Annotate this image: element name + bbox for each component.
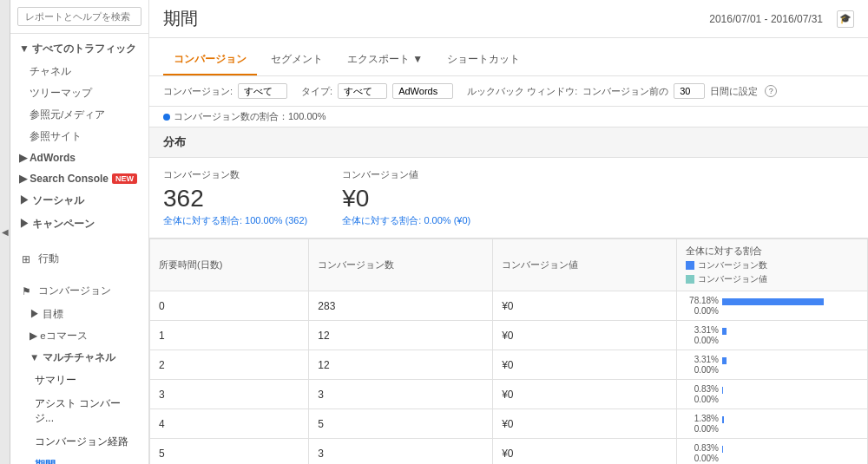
bar-fill-blue	[722, 357, 727, 364]
metric-value: コンバージョン値 ¥0 全体に対する割合: 0.00% (¥0)	[342, 168, 470, 227]
cell-value: ¥0	[493, 350, 677, 380]
tabs-bar: コンバージョン セグメント エクスポート ▼ ショートカット	[149, 38, 868, 76]
sidebar-item-social[interactable]: ▶ ソーシャル	[10, 189, 148, 212]
metric2-value: ¥0	[342, 185, 470, 212]
sidebar-item-period[interactable]: 期間	[10, 454, 148, 464]
cell-chart: 3.31% 0.00%	[677, 350, 868, 380]
cell-conversions: 283	[309, 291, 493, 321]
col-conversions-header: コンバージョン数	[309, 239, 493, 291]
blue-dot-icon	[163, 114, 170, 121]
metrics-row: コンバージョン数 362 全体に対する割合: 100.00% (362) コンバ…	[149, 158, 868, 239]
bar-pct-val: 0.00%	[686, 454, 719, 463]
type-select-adwords[interactable]: AdWords	[392, 83, 453, 99]
bar-pct-val: 0.00%	[686, 424, 719, 434]
cell-chart: 3.31% 0.00%	[677, 321, 868, 350]
bar-pct-val: 0.00%	[686, 395, 719, 404]
metric1-sub: 全体に対する割合: 100.00% (362)	[163, 214, 307, 227]
table-row: 1 12 ¥0 3.31% 0.00%	[150, 321, 868, 350]
info-icon[interactable]: ?	[765, 85, 777, 97]
bar-fill-blue	[722, 416, 724, 423]
sidebar-item-referral-media[interactable]: 参照元/メディア	[10, 104, 148, 126]
sidebar-item-ecommerce[interactable]: ▶ eコマース	[10, 325, 148, 347]
lookback-filter-group: ルックバック ウィンドウ: コンバージョン前の 日間に設定 ?	[467, 83, 777, 99]
conversion-filter-label: コンバージョン:	[163, 85, 233, 98]
sidebar-item-goal[interactable]: ▶ 目標	[10, 304, 148, 325]
page-title: 期間	[163, 7, 198, 30]
sidebar-item-search-console[interactable]: ▶ Search Console NEW	[10, 168, 148, 189]
sidebar-item-treemap[interactable]: ツリーマップ	[10, 82, 148, 104]
sidebar-item-campaign[interactable]: ▶ キャンペーン	[10, 212, 148, 236]
tab-shortcut[interactable]: ショートカット	[437, 45, 530, 75]
bar-pct-conv: 0.83%	[686, 384, 719, 394]
type-select-all[interactable]: すべて	[338, 83, 387, 99]
conversion-select[interactable]: すべて	[238, 83, 287, 99]
metric1-label: コンバージョン数	[163, 168, 307, 181]
bar-pct-val: 0.00%	[686, 336, 719, 345]
all-traffic-label: ▼ すべてのトラフィック	[19, 42, 136, 56]
type-filter-group: タイプ: すべて AdWords	[301, 83, 453, 99]
sidebar-item-conversion[interactable]: ⚑ コンバージョン	[10, 278, 148, 304]
cell-days: 3	[150, 380, 309, 409]
cell-conversions: 12	[309, 321, 493, 350]
tab-conversion[interactable]: コンバージョン	[163, 45, 257, 75]
sidebar-item-adwords[interactable]: ▶ AdWords	[10, 147, 148, 168]
sidebar-item-assist[interactable]: アシスト コンバージ...	[10, 392, 148, 430]
conversion-note: コンバージョン数の割合：100.00%	[149, 107, 868, 127]
sidebar-item-all-traffic[interactable]: ▼ すべてのトラフィック	[10, 37, 148, 61]
lookback-pre: コンバージョン前の	[582, 85, 668, 98]
bar-pct-conv: 1.38%	[686, 414, 719, 423]
conversion-filter-group: コンバージョン: すべて	[163, 83, 287, 99]
bar-pct-conv: 0.83%	[686, 443, 719, 453]
date-range: 2016/07/01 - 2016/07/31	[709, 13, 823, 25]
bar-fill-blue	[722, 328, 727, 335]
cell-days: 5	[150, 439, 309, 465]
graduation-cap-icon[interactable]: 🎓	[837, 10, 854, 28]
tab-segment[interactable]: セグメント	[260, 45, 333, 75]
traffic-section: ▼ すべてのトラフィック チャネル ツリーマップ 参照元/メディア 参照サイト …	[10, 34, 148, 239]
content-area: コンバージョン セグメント エクスポート ▼ ショートカット コンバージョン: …	[149, 38, 868, 464]
cell-days: 4	[150, 409, 309, 439]
sidebar-item-conv-path[interactable]: コンバージョン経路	[10, 430, 148, 454]
cell-value: ¥0	[493, 321, 677, 350]
lookback-post: 日間に設定	[710, 85, 758, 98]
bar-pct-conv: 78.18%	[686, 296, 719, 305]
cell-chart: 78.18% 0.00%	[677, 291, 868, 321]
lookback-label: ルックバック ウィンドウ:	[467, 85, 577, 98]
cell-value: ¥0	[493, 380, 677, 409]
cell-value: ¥0	[493, 291, 677, 321]
legend-conversions: コンバージョン数	[686, 259, 858, 271]
search-input[interactable]	[17, 7, 141, 26]
cell-conversions: 3	[309, 439, 493, 465]
metric1-value: 362	[163, 185, 307, 212]
bar-fill-blue	[722, 387, 723, 394]
sidebar-item-summary[interactable]: サマリー	[10, 369, 148, 392]
conversion-flag-icon: ⚑	[19, 284, 33, 298]
sidebar-item-behavior[interactable]: ⊞ 行動	[10, 246, 148, 271]
bar-pct-conv: 3.31%	[686, 325, 719, 335]
sidebar: ▼ すべてのトラフィック チャネル ツリーマップ 参照元/メディア 参照サイト …	[10, 0, 149, 464]
cell-chart: 0.83% 0.00%	[677, 439, 868, 465]
filter-bar: コンバージョン: すべて タイプ: すべて AdWords ルックバック ウィン…	[149, 76, 868, 107]
cell-conversions: 12	[309, 350, 493, 380]
metric-conversions: コンバージョン数 362 全体に対する割合: 100.00% (362)	[163, 168, 307, 227]
sidebar-item-channel[interactable]: チャネル	[10, 61, 148, 82]
cell-days: 0	[150, 291, 309, 321]
sidebar-collapse-button[interactable]: ◀	[0, 0, 10, 464]
sidebar-item-multichannel[interactable]: ▼ マルチチャネル	[10, 347, 148, 369]
lookback-input[interactable]	[674, 83, 705, 99]
sidebar-search-container	[10, 0, 148, 34]
col-days-header: 所要時間(日数)	[150, 239, 309, 291]
chart-header-text: 全体に対する割合	[686, 245, 858, 258]
bar-fill-blue	[722, 298, 824, 305]
sidebar-item-referral-site[interactable]: 参照サイト	[10, 126, 148, 147]
cell-value: ¥0	[493, 439, 677, 465]
cell-value: ¥0	[493, 409, 677, 439]
collapse-icon: ◀	[2, 227, 9, 237]
cell-chart: 1.38% 0.00%	[677, 409, 868, 439]
metric2-label: コンバージョン値	[342, 168, 470, 181]
tab-export[interactable]: エクスポート ▼	[337, 45, 433, 75]
legend-value: コンバージョン値	[686, 273, 858, 285]
table-row: 2 12 ¥0 3.31% 0.00%	[150, 350, 868, 380]
cell-conversions: 3	[309, 380, 493, 409]
new-badge: NEW	[112, 173, 137, 184]
